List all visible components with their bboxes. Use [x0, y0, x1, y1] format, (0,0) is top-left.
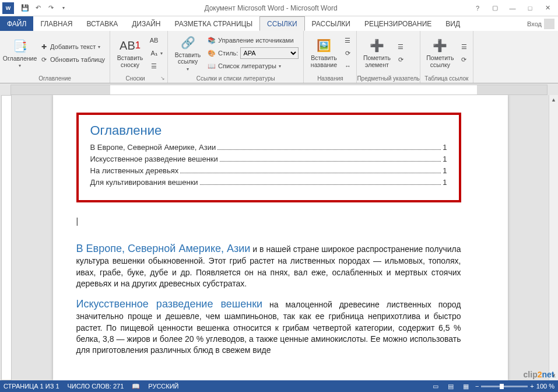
group-label-footnotes: Сноски [125, 75, 145, 82]
footnote-icon: AB1 [122, 37, 138, 54]
update-table-of-figures-button[interactable]: ⟳ [342, 47, 353, 59]
bibliography-icon: 📖 [208, 62, 216, 70]
group-captions: 🖼️ Вставить название ☰ ⟳ ↔ Названия [304, 31, 357, 83]
update-table-button[interactable]: ⟳ Обновить таблицу [38, 54, 106, 65]
close-button[interactable]: ✕ [539, 2, 556, 14]
group-label-index: Предметный указатель [357, 75, 419, 83]
ribbon-tabs: ФАЙЛ ГЛАВНАЯ ВСТАВКА ДИЗАЙН РАЗМЕТКА СТР… [0, 16, 558, 31]
tab-mailings[interactable]: РАССЫЛКИ [305, 16, 357, 31]
document-page[interactable]: Оглавление В Европе, Северной Америке, А… [53, 95, 508, 380]
style-icon: 🎨 [208, 49, 216, 57]
update-icon: ⟳ [40, 55, 48, 64]
sources-icon: 📚 [208, 36, 216, 44]
toc-entry[interactable]: На лиственных деревьях1 [90, 166, 447, 175]
zoom-out-button[interactable]: − [475, 383, 479, 390]
redo-button[interactable]: ↷ [45, 3, 56, 13]
group-citations: 🔗 Вставить ссылку ▾ 📚 Управление источни… [168, 31, 304, 83]
word-app-icon: W [2, 2, 14, 14]
sign-in-label: Вход [527, 20, 542, 27]
insert-footnote-button[interactable]: AB1 Вставить сноску [114, 34, 146, 72]
scroll-track[interactable] [549, 104, 558, 371]
insert-table-of-figures-button[interactable]: ☰ [342, 34, 353, 46]
word-count[interactable]: ЧИСЛО СЛОВ: 271 [68, 383, 124, 390]
group-index: ➕ Пометить элемент ☰ ⟳ Предметный указат… [357, 31, 420, 83]
tab-design[interactable]: ДИЗАЙН [125, 16, 167, 31]
update-index-button[interactable]: ⟳ [395, 54, 406, 65]
tab-file[interactable]: ФАЙЛ [0, 16, 33, 31]
maximize-button[interactable]: □ [522, 2, 538, 14]
toc-entry[interactable]: В Европе, Северной Америке, Азии1 [90, 143, 447, 152]
tab-review[interactable]: РЕЦЕНЗИРОВАНИЕ [357, 16, 438, 31]
insert-citation-button[interactable]: 🔗 Вставить ссылку ▾ [171, 34, 204, 72]
bibliography-button[interactable]: 📖 Список литературы▾ [206, 60, 300, 72]
add-text-button[interactable]: ✚ Добавить текст▾ [38, 41, 106, 52]
customize-qat-button[interactable]: ▾ [58, 3, 69, 13]
mark-citation-button[interactable]: ➕ Пометить ссылку [424, 34, 457, 72]
toc-entry[interactable]: Искусственное разведение вешенки1 [90, 155, 447, 163]
show-notes-button[interactable]: ☰ [149, 60, 164, 72]
ribbon: 📑 Оглавление ▾ ✚ Добавить текст▾ ⟳ Обнов… [0, 31, 558, 83]
group-toc: 📑 Оглавление ▾ ✚ Добавить текст▾ ⟳ Обнов… [0, 31, 110, 83]
paragraph: В Европе, Северной Америке, Азии и в наш… [76, 242, 461, 289]
toc-button[interactable]: 📑 Оглавление ▾ [3, 34, 36, 72]
cross-reference-button[interactable]: ↔ [342, 60, 353, 72]
group-label-citations: Ссылки и списки литературы [168, 75, 303, 83]
insert-index-button[interactable]: ☰ [395, 41, 406, 52]
print-layout-button[interactable]: ▤ [445, 382, 457, 391]
group-footnotes: AB1 Вставить сноску AB A₁▾ ☰ Сноски↘ [110, 31, 168, 83]
next-footnote-button[interactable]: A₁▾ [149, 47, 164, 59]
tab-page-layout[interactable]: РАЗМЕТКА СТРАНИЦЫ [168, 16, 260, 31]
sign-in[interactable]: Вход [524, 16, 558, 31]
undo-button[interactable]: ↶ [33, 3, 43, 13]
zoom-in-button[interactable]: + [530, 383, 534, 390]
title-bar: W 💾 ↶ ↷ ▾ Документ Microsoft Word - Micr… [0, 0, 558, 16]
language-indicator[interactable]: РУССКИЙ [148, 383, 178, 390]
footnotes-dialog-launcher[interactable]: ↘ [160, 75, 165, 81]
tab-home[interactable]: ГЛАВНАЯ [33, 16, 79, 31]
horizontal-ruler[interactable] [10, 85, 548, 95]
tab-insert[interactable]: ВСТАВКА [79, 16, 125, 31]
zoom-value[interactable]: 100 % [536, 383, 555, 390]
toc-icon: 📑 [12, 38, 28, 54]
watermark: clip2net. [524, 370, 556, 379]
insert-toa-button[interactable]: ☰ [459, 41, 469, 52]
ribbon-options-button[interactable]: ▢ [487, 2, 503, 14]
mark-entry-button[interactable]: ➕ Пометить элемент [360, 34, 393, 72]
toc-entry[interactable]: Для культивирования вешенки1 [90, 178, 447, 187]
scroll-up-button[interactable]: ▲ [549, 95, 558, 104]
document-area: Оглавление В Европе, Северной Америке, А… [0, 95, 558, 380]
add-text-icon: ✚ [40, 43, 48, 51]
ruler-area [0, 83, 558, 95]
zoom-slider[interactable] [481, 386, 528, 387]
vertical-ruler[interactable] [1, 95, 12, 380]
heading: Искусственное разведение вешенки [76, 298, 263, 310]
avatar-icon [544, 19, 555, 29]
text-cursor-line: | [76, 216, 461, 226]
minimize-button[interactable]: — [504, 2, 521, 14]
save-button[interactable]: 💾 [20, 3, 30, 13]
help-button[interactable]: ? [469, 2, 486, 14]
spell-check-icon[interactable]: 📖 [132, 383, 140, 390]
tab-references[interactable]: ССЫЛКИ [259, 16, 304, 31]
group-table-of-auth: ➕ Пометить ссылку ☰ ⟳ Таблица ссылок [420, 31, 473, 83]
group-label-toa: Таблица ссылок [420, 75, 473, 83]
citation-style-select[interactable]: APA [240, 47, 299, 59]
web-layout-button[interactable]: ▦ [460, 382, 472, 391]
read-mode-button[interactable]: ▭ [430, 382, 441, 391]
group-label-captions: Названия [304, 75, 356, 83]
update-toa-button[interactable]: ⟳ [459, 54, 469, 65]
insert-caption-button[interactable]: 🖼️ Вставить название [307, 34, 340, 72]
zoom-control: − + 100 % [475, 383, 555, 390]
quick-access-toolbar: 💾 ↶ ↷ ▾ [16, 3, 72, 13]
toc-highlight-box: Оглавление В Европе, Северной Америке, А… [76, 113, 461, 202]
citation-icon: 🔗 [180, 34, 196, 51]
page-indicator[interactable]: СТРАНИЦА 1 ИЗ 1 [3, 383, 59, 390]
tab-view[interactable]: ВИД [438, 16, 467, 31]
mark-citation-icon: ➕ [432, 37, 448, 54]
caption-icon: 🖼️ [315, 37, 332, 54]
insert-endnote-button[interactable]: AB [149, 34, 164, 46]
group-label-toc: Оглавление [0, 75, 110, 83]
manage-sources-button[interactable]: 📚 Управление источниками [206, 34, 300, 46]
mark-entry-icon: ➕ [369, 37, 385, 54]
vertical-scrollbar[interactable]: ▲ ▼ [549, 95, 558, 380]
